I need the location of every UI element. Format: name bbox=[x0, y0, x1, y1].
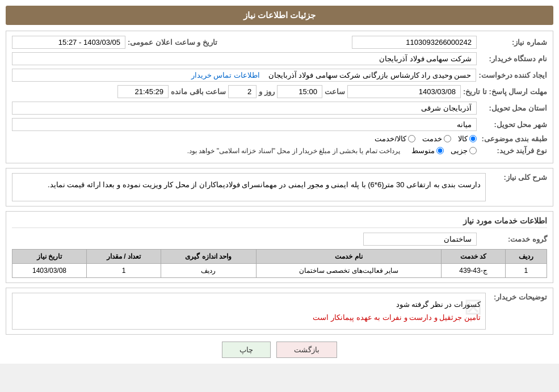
back-button[interactable]: بازگشت bbox=[276, 342, 337, 358]
table-row: 1 ج-43-439 سایر فعالیت‌های تخصصی ساختمان… bbox=[12, 264, 547, 278]
buyer-notes-line1: کسورات در نظر گرفته شود bbox=[17, 298, 481, 311]
button-bar: بازگشت چاپ bbox=[6, 342, 553, 358]
remaining-label: ساعت باقی مانده bbox=[171, 87, 226, 96]
process-label-motavasset: متوسط bbox=[411, 146, 435, 155]
creator-link[interactable]: اطلاعات تماس خریدار bbox=[191, 71, 260, 79]
deadline-date: 1403/03/08 bbox=[347, 85, 461, 98]
table-header-row: ردیف کد خدمت نام خدمت واحد اندازه گیری ت… bbox=[12, 250, 547, 264]
cell-row: 1 bbox=[505, 264, 547, 278]
row-buyer-org: نام دستگاه خریدار: شرکت سهامی فولاد آذرب… bbox=[12, 52, 547, 65]
cell-unit: ردیف bbox=[161, 264, 256, 278]
category-radio-kala[interactable] bbox=[469, 135, 477, 142]
service-table: ردیف کد خدمت نام خدمت واحد اندازه گیری ت… bbox=[12, 249, 547, 278]
row-number-date: شماره نیاز: 1103093266000242 تاریخ و ساع… bbox=[12, 36, 547, 49]
city-label: شهر محل تحویل: bbox=[479, 120, 547, 129]
category-label-kala: کالا bbox=[458, 134, 468, 143]
buyer-notes-label: توضیحات خریدار: bbox=[490, 293, 547, 301]
creator-text: حسن وحیدی راد کارشناس بازرگانی شرکت سهام… bbox=[268, 71, 472, 79]
need-number-value: 1103093266000242 bbox=[352, 36, 477, 49]
category-option-3: کالا/خدمت bbox=[375, 134, 415, 143]
print-button[interactable]: چاپ bbox=[222, 342, 271, 358]
need-number-label: شماره نیاز: bbox=[479, 38, 547, 47]
col-header-name: نام خدمت bbox=[256, 250, 441, 264]
category-radio-khedmat[interactable] bbox=[444, 135, 451, 142]
buyer-notes-box: کسورات در نظر گرفته شود تامین جرثقیل و د… bbox=[12, 293, 486, 330]
remaining-time: 21:45:29 bbox=[117, 85, 169, 98]
category-option-2: خدمت bbox=[422, 134, 451, 143]
service-group-label: گروه خدمت: bbox=[479, 235, 547, 243]
main-info-section: شماره نیاز: 1103093266000242 تاریخ و ساع… bbox=[6, 31, 553, 163]
process-radio-group: جزیی متوسط پرداخت تمام یا بخشی از مبلغ خ… bbox=[187, 146, 477, 155]
row-category: طبقه بندی موضوعی: کالا خدمت کالا/خدمت bbox=[12, 134, 547, 143]
page-wrapper: جزئیات اطلاعات نیاز شماره نیاز: 11030932… bbox=[0, 0, 559, 364]
col-header-date: تاریخ نیاز bbox=[12, 250, 87, 264]
row-deadline: مهلت ارسال پاسخ: تا تاریخ: 1403/03/08 سا… bbox=[12, 85, 547, 98]
category-option-1: کالا bbox=[458, 134, 477, 143]
col-header-unit: واحد اندازه گیری bbox=[161, 250, 256, 264]
row-city: شهر محل تحویل: میانه bbox=[12, 118, 547, 131]
deadline-days: 2 bbox=[228, 85, 257, 98]
category-label-both: کالا/خدمت bbox=[375, 134, 406, 143]
cell-name: سایر فعالیت‌های تخصصی ساختمان bbox=[256, 264, 441, 278]
process-radio-jozyi[interactable] bbox=[469, 147, 477, 154]
days-label: روز و bbox=[259, 87, 275, 96]
row-creator: ایجاد کننده درخواست: حسن وحیدی راد کارشن… bbox=[12, 69, 547, 82]
process-radio-motavasset[interactable] bbox=[436, 147, 444, 154]
process-option-2: متوسط bbox=[411, 146, 444, 155]
service-group-value: ساختمان bbox=[363, 233, 477, 246]
watermark: ⊠ bbox=[464, 286, 483, 327]
buyer-notes-line2: تامین جرثقیل و دارست و نفرات به عهده پیم… bbox=[17, 311, 481, 324]
deadline-time: 15:00 bbox=[277, 85, 322, 98]
process-label-jozyi: جزیی bbox=[451, 146, 468, 155]
cell-qty: 1 bbox=[87, 264, 161, 278]
announcement-value: 1403/03/05 - 15:27 bbox=[12, 36, 125, 49]
service-info-title: اطلاعات خدمات مورد نیاز bbox=[12, 216, 547, 228]
row-process: نوع فرآیند خرید: جزیی متوسط پرداخت تمام … bbox=[12, 146, 547, 155]
row-service-group: گروه خدمت: ساختمان bbox=[12, 233, 547, 246]
row-province: استان محل تحویل: آذربایجان شرقی bbox=[12, 102, 547, 115]
cell-code: ج-43-439 bbox=[442, 264, 506, 278]
col-header-code: کد خدمت bbox=[442, 250, 506, 264]
col-header-qty: تعداد / مقدار bbox=[87, 250, 161, 264]
province-label: استان محل تحویل: bbox=[479, 104, 547, 112]
process-option-1: جزیی bbox=[451, 146, 477, 155]
cell-date: 1403/03/08 bbox=[12, 264, 87, 278]
creator-value: حسن وحیدی راد کارشناس بازرگانی شرکت سهام… bbox=[12, 69, 476, 82]
page-header: جزئیات اطلاعات نیاز bbox=[6, 6, 553, 25]
buyer-org-label: نام دستگاه خریدار: bbox=[479, 54, 547, 63]
col-header-row: ردیف bbox=[505, 250, 547, 264]
city-value: میانه bbox=[12, 118, 477, 131]
process-label: نوع فرآیند خرید: bbox=[479, 146, 547, 155]
buyer-org-value: شرکت سهامی فولاد آذربایجان bbox=[12, 52, 477, 65]
announcement-label: تاریخ و ساعت اعلان عمومی: bbox=[128, 38, 217, 47]
creator-label: ایجاد کننده درخواست: bbox=[478, 71, 547, 79]
time-label: ساعت bbox=[325, 87, 345, 96]
category-label: طبقه بندی موضوعی: bbox=[479, 134, 547, 143]
need-description-section: شرح کلی نیاز: دارست بندی به ارتفاعی 30 م… bbox=[6, 168, 553, 206]
category-label-khedmat: خدمت bbox=[422, 134, 442, 143]
service-info-section: اطلاعات خدمات مورد نیاز گروه خدمت: ساختم… bbox=[6, 211, 553, 283]
buyer-notes-section: توضیحات خریدار: کسورات در نظر گرفته شود … bbox=[6, 288, 553, 335]
category-radio-both[interactable] bbox=[408, 135, 415, 142]
need-desc-value: دارست بندی به ارتفاعی 30 متر(6*6) با پله… bbox=[12, 173, 486, 201]
process-description: پرداخت تمام یا بخشی از مبلغ خریدار از مح… bbox=[187, 147, 400, 155]
deadline-label: مهلت ارسال پاسخ: تا تاریخ: bbox=[463, 87, 547, 96]
province-value: آذربایجان شرقی bbox=[12, 102, 477, 115]
category-radio-group: کالا خدمت کالا/خدمت bbox=[375, 134, 477, 143]
need-desc-label: شرح کلی نیاز: bbox=[490, 173, 547, 182]
